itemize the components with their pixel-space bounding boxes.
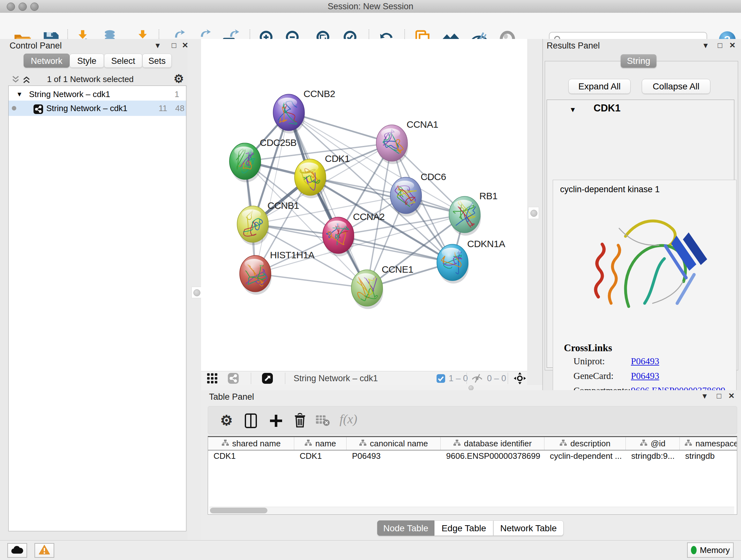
column-header-database-identifier[interactable]: database identifier [441,437,544,450]
network-view-canvas[interactable]: CCNB2CCNA1CDC25BCDK1CDC6RB1CCNB1CCNA2CDK… [201,39,527,371]
table-toolbar: ⚙ f(x) [208,406,737,434]
node-table: shared namenamecanonical namedatabase id… [208,436,737,515]
splitter-handle[interactable] [528,207,539,219]
tab-string[interactable]: String [621,54,657,68]
tab-edge-table[interactable]: Edge Table [434,520,493,536]
crosslink-link[interactable]: P06493 [631,368,659,383]
node-label: CCNE1 [382,264,413,274]
results-panel: Results Panel ▾ □ ✕ String Expand All Co… [542,39,741,390]
right-splitter[interactable] [527,39,542,390]
delete-table-icon[interactable] [316,415,330,428]
panel-float-icon[interactable]: □ [172,41,177,50]
fit-crosshair-icon[interactable] [514,372,526,386]
tab-network[interactable]: Network [23,54,70,68]
panel-collapse-icon[interactable]: ▾ [703,391,706,400]
statusbar-separator [508,373,508,384]
table-cell[interactable]: 9606.ENSP00000378699 [441,450,544,461]
table-cell[interactable]: cyclin-dependent ... [544,450,626,461]
hidden-eye-slash-icon[interactable] [471,374,483,384]
panel-float-icon[interactable]: □ [717,391,722,400]
network-node-cdc6[interactable]: CDC6 [390,172,446,216]
table-cell[interactable]: stringdb [680,450,737,461]
column-header-label: shared name [232,439,281,449]
add-column-plus-icon[interactable] [269,414,283,429]
network-node-hist1h1a[interactable]: HIST1H1A [240,250,315,295]
memory-status-icon [691,546,697,554]
node-label: CCNB1 [267,200,299,211]
warnings-button[interactable] [35,543,54,558]
column-type-icon [640,439,648,449]
table-cell[interactable]: CDK1 [294,450,347,461]
network-node-ccne1[interactable]: CCNE1 [351,264,413,309]
tree-expander-icon[interactable]: ▼ [569,106,576,114]
network-node-cdkn1a[interactable]: CDKN1A [437,239,505,284]
tab-network-table[interactable]: Network Table [493,520,563,536]
memory-button[interactable]: Memory [687,543,734,558]
birds-eye-view-icon[interactable] [262,373,273,385]
table-cell[interactable]: stringdb:9... [626,450,680,461]
tab-style[interactable]: Style [70,54,104,68]
column-header-namespace[interactable]: namespace [680,437,737,450]
table-options-gear-icon[interactable]: ⚙ [220,412,232,428]
protein-description: cyclin-dependent kinase 1 [560,185,660,194]
show-columns-icon[interactable] [244,414,258,429]
left-splitter[interactable] [188,39,201,540]
splitter-handle[interactable] [468,385,474,390]
selected-checkbox-icon[interactable] [436,374,445,384]
tab-sets[interactable]: Sets [142,54,172,68]
network-row-selected[interactable]: String Network – cdk1 11 48 [9,101,186,116]
grid-view-icon[interactable] [207,373,218,385]
column-type-icon [359,439,367,449]
tab-select[interactable]: Select [104,54,142,68]
tab-node-table[interactable]: Node Table [377,520,434,536]
network-options-gear-icon[interactable]: ⚙ [174,72,184,85]
network-edge-CCNA2-CDKN1A[interactable] [338,235,453,262]
string-app-icon [33,104,43,119]
horizontal-scrollbar[interactable] [209,507,734,514]
network-view-dot-icon [12,106,16,111]
crosslink-link[interactable]: P06493 [631,354,659,368]
column-header-name[interactable]: name [294,437,347,450]
expand-all-networks-icon[interactable] [22,75,31,85]
panel-close-icon[interactable]: ✕ [728,391,735,400]
delete-column-trash-icon[interactable] [293,413,307,429]
node-label: CDK1 [325,153,350,164]
network-node-count: 11 [158,101,167,116]
network-node-ccnb1[interactable]: CCNB1 [237,200,299,245]
tree-expander-icon[interactable]: ▼ [16,88,23,100]
table-row[interactable]: CDK1CDK1P064939606.ENSP00000378699cyclin… [208,450,737,461]
collapse-all-button[interactable]: Collapse All [642,79,711,94]
scrollbar-thumb[interactable] [210,508,267,513]
panel-close-icon[interactable]: ✕ [729,41,736,50]
column-header-canonical-name[interactable]: canonical name [347,437,441,450]
cloud-status-button[interactable] [7,543,27,558]
share-network-icon[interactable] [228,373,239,385]
network-node-cdk1[interactable]: CDK1 [294,153,350,198]
collapse-all-networks-icon[interactable] [11,75,20,85]
crosslink-label: GeneCard: [574,368,614,383]
splitter-handle[interactable] [192,287,202,298]
network-edge-HIST1H1A-CCNE1[interactable] [255,273,367,288]
column-header-shared-name[interactable]: shared name [208,437,294,450]
panel-float-icon[interactable]: □ [718,41,723,50]
column-type-icon [684,439,692,449]
column-header-description[interactable]: description [544,437,626,450]
control-panel: Control Panel ▾ □ ✕ Network Style Select… [0,39,188,540]
column-header-label: namespace [695,439,737,449]
panel-collapse-icon[interactable]: ▾ [704,41,708,50]
network-node-rb1[interactable]: RB1 [449,191,497,236]
column-header--id[interactable]: @id [626,437,680,450]
network-selection-summary: 1 of 1 Network selected [38,73,143,85]
network-collection-label: String Network – cdk1 [29,88,110,100]
network-edge-CCNB2-CCNE1[interactable] [289,112,367,288]
expand-all-button[interactable]: Expand All [568,79,630,94]
node-label: CCNA1 [407,119,438,130]
table-cell[interactable]: CDK1 [208,450,294,461]
table-cell[interactable]: P06493 [347,450,441,461]
network-collection-row[interactable]: ▼ String Network – cdk1 1 [9,88,186,100]
panel-collapse-icon[interactable]: ▾ [156,41,159,50]
title-bar: Session: New Session [0,0,741,13]
table-panel-title: Table Panel [209,392,254,402]
function-builder-icon[interactable]: f(x) [340,412,357,427]
current-network-name: String Network – cdk1 [293,371,378,385]
